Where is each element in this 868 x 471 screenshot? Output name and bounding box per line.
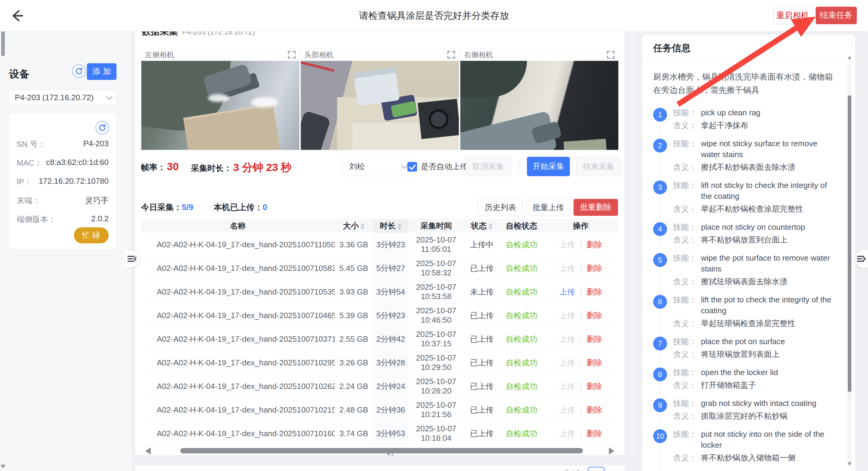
delete-link[interactable]: 删除 — [587, 357, 602, 368]
task-step-9: 9 技能：grab not sticky with intact coating… — [653, 398, 833, 421]
chevron-down-icon — [106, 93, 113, 100]
duration-readout: 采集时长： 3 分钟 23 秒 — [191, 160, 291, 175]
device-sidebar: 设备 添 加 P4-203 (172.16.20.72) SN 号： P4-20… — [0, 31, 132, 471]
device-select-value: P4-203 (172.16.20.72) — [15, 93, 94, 102]
delete-link[interactable]: 删除 — [587, 381, 602, 392]
step-number-badge: 7 — [653, 337, 667, 350]
sort-icon — [361, 223, 365, 229]
task-panel-collapse-handle[interactable] — [855, 250, 868, 268]
task-step-6: 6 技能：lift the pot to check the integrity… — [653, 294, 833, 329]
task-description: 厨房水槽旁，锅具刚清洗完毕表面有水渍，储物箱在旁边台面上，需先擦干锅具 — [653, 70, 833, 97]
delete-link[interactable]: 删除 — [587, 428, 602, 439]
table-row: A02-A02-H-K-04-19_17-dex_hand-2025100710… — [141, 351, 619, 374]
delete-link[interactable]: 删除 — [587, 263, 602, 274]
step-number-badge: 4 — [653, 222, 667, 236]
capture-stats-row: 今日采集：5/9 本机已上传：0 历史列表 批量上传 批量删除 — [141, 199, 619, 216]
upload-link[interactable]: 上传 — [559, 287, 575, 297]
start-capture-button[interactable]: 开始采集 — [527, 157, 570, 176]
capture-controls: 帧率： 30 采集时长： 3 分钟 23 秒 刘松 是否自动上传 取消采集 开始… — [141, 157, 619, 176]
auto-upload-checkbox[interactable]: 是否自动上传 — [407, 161, 468, 172]
task-list: 厨房水槽旁，锅具刚清洗完毕表面有水渍，储物箱在旁边台面上，需先擦干锅具 1 技能… — [642, 62, 855, 471]
step-number-badge: 10 — [653, 429, 667, 443]
upload-link[interactable]: 上传 — [559, 240, 575, 250]
fps-readout: 帧率： 30 — [141, 160, 179, 173]
scrollbar-thumb[interactable] — [848, 95, 851, 392]
col-check: 自检状态 — [500, 221, 543, 231]
upload-link[interactable]: 上传 — [559, 310, 575, 321]
fullscreen-icon[interactable] — [288, 51, 296, 59]
step-number-badge: 1 — [653, 108, 667, 122]
task-step-10: 10 技能：put not sticky into on the side of… — [653, 429, 833, 463]
col-status[interactable]: 状态 — [464, 221, 500, 231]
fullscreen-icon[interactable] — [447, 51, 455, 59]
upload-link[interactable]: 上传 — [559, 428, 575, 439]
delete-link[interactable]: 删除 — [587, 334, 602, 344]
camera-left-label: 左侧相机 — [145, 50, 174, 60]
collapse-left-icon — [127, 255, 136, 262]
device-select[interactable]: P4-203 (172.16.20.72) — [8, 90, 117, 105]
button-divider — [519, 161, 519, 172]
scroll-down-icon[interactable] — [1, 465, 5, 469]
delete-link[interactable]: 删除 — [587, 287, 602, 297]
refresh-device-info-icon[interactable] — [95, 121, 109, 135]
add-device-button[interactable]: 添 加 — [87, 63, 117, 80]
cancel-capture-button[interactable]: 取消采集 — [465, 157, 511, 176]
col-duration[interactable]: 时长 — [373, 219, 409, 233]
version-label: 端侧版本： — [17, 214, 56, 225]
upload-link[interactable]: 上传 — [559, 263, 575, 274]
pagination-page-1[interactable]: 1 — [588, 467, 605, 471]
fullscreen-icon[interactable] — [607, 51, 615, 59]
endeffector-label: 末端： — [17, 195, 40, 206]
device-info-card: SN 号： P4-203 MAC： c8:a3:62:c0:1d:60 IP： … — [8, 113, 117, 249]
camera-head-feed — [301, 61, 459, 150]
upload-link[interactable]: 上传 — [559, 334, 575, 344]
end-task-button[interactable]: 结束任务 — [816, 7, 857, 24]
upload-link[interactable]: 上传 — [559, 405, 575, 415]
history-list-button[interactable]: 历史列表 — [478, 199, 523, 216]
upload-link[interactable]: 上传 — [559, 381, 575, 392]
page-title: 请检查锅具涂层是否完好并分类存放 — [0, 0, 868, 31]
batch-delete-button[interactable]: 批量删除 — [574, 199, 618, 216]
operator-select-value: 刘松 — [349, 162, 365, 171]
table-row: A02-A02-H-K-04-19_17-dex_hand-2025100710… — [141, 256, 619, 280]
scroll-right-icon[interactable] — [609, 447, 614, 454]
table-row: A02-A02-H-K-04-19_17-dex_hand-2025100710… — [141, 280, 619, 304]
step-number-badge: 5 — [653, 253, 667, 267]
col-time: 采集时间 — [409, 221, 464, 231]
scrollbar-thumb[interactable] — [180, 448, 583, 453]
sidebar-heading: 设备 — [9, 67, 30, 81]
table-row: A02-A02-H-K-04-19_17-dex_hand-2025100711… — [141, 233, 619, 256]
delete-link[interactable]: 删除 — [587, 240, 602, 250]
device-mac-row: MAC： c8:a3:62:c0:1d:60 — [17, 158, 108, 168]
scroll-left-icon[interactable] — [145, 447, 151, 454]
pagination-next[interactable]: › — [610, 469, 613, 471]
table-horizontal-scrollbar[interactable] — [141, 447, 619, 455]
stop-capture-button[interactable]: 结束采集 — [576, 157, 621, 176]
table-row: A02-A02-H-K-04-19_17-dex_hand-2025100710… — [141, 398, 619, 422]
scroll-up-icon[interactable] — [848, 56, 851, 59]
recordings-table: 名称 大小 时长 采集时间 状态 自检状态 操作 A02-A02-H-K-04-… — [141, 219, 619, 445]
version-value: 2.0.2 — [91, 214, 108, 225]
upload-link[interactable]: 上传 — [559, 357, 575, 368]
batch-upload-button[interactable]: 批量上传 — [526, 199, 570, 216]
auto-upload-label: 是否自动上传 — [421, 161, 468, 172]
camera-panel-head: 头部相机 — [301, 49, 459, 150]
main-vertical-scrollbar[interactable] — [630, 31, 636, 455]
task-step-4: 4 技能：place not sticky on countertop 含义：将… — [653, 222, 833, 245]
restart-camera-button[interactable]: 重启相机 — [773, 7, 812, 24]
camera-right-feed — [460, 61, 618, 150]
camera-grid: 左侧相机 头部相机 右侧相机 — [141, 49, 619, 150]
today-count: 今日采集：5/9 — [141, 202, 193, 213]
step-number-badge: 3 — [653, 180, 667, 194]
scroll-down-icon[interactable] — [848, 462, 851, 466]
operator-select[interactable]: 刘松 — [342, 157, 412, 176]
table-row: A02-A02-H-K-04-19_17-dex_hand-2025100710… — [141, 327, 619, 351]
delete-link[interactable]: 删除 — [587, 405, 602, 415]
refresh-devices-icon[interactable] — [72, 64, 86, 78]
checkbox-checked-icon — [407, 162, 417, 171]
camera-left-feed — [141, 61, 299, 150]
delete-link[interactable]: 删除 — [587, 310, 602, 321]
task-step-3: 3 技能：lift not sticky to check the integr… — [653, 180, 833, 214]
col-size[interactable]: 大小 — [335, 221, 373, 231]
step-number-badge: 8 — [653, 368, 667, 381]
